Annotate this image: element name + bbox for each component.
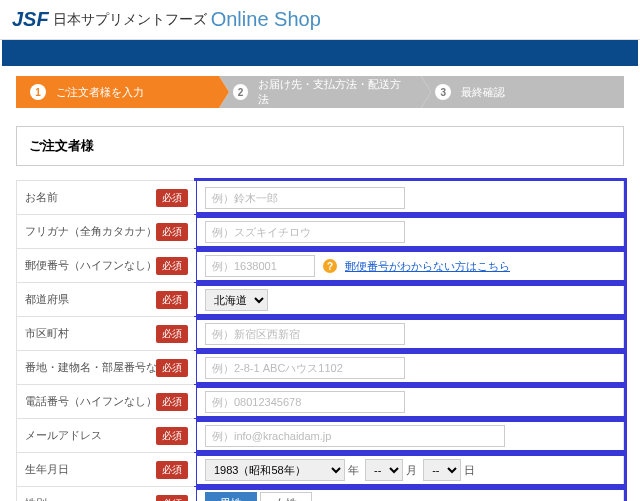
label-addr: 番地・建物名・部屋番号など — [25, 361, 168, 373]
label-gender: 性別 — [25, 497, 47, 501]
label-tel: 電話番号（ハイフンなし） — [25, 395, 157, 407]
section-title: ご注文者様 — [16, 126, 624, 166]
logo-prefix: JSF — [12, 8, 49, 31]
label-city: 市区町村 — [25, 327, 69, 339]
dob-month-select[interactable]: -- — [365, 459, 403, 481]
logo-jp: 日本サプリメントフーズ — [53, 11, 207, 29]
required-badge: 必須 — [156, 189, 188, 207]
gender-male-button[interactable]: 男性 — [205, 492, 257, 501]
gender-female-button[interactable]: 女性 — [260, 492, 312, 501]
label-dob: 生年月日 — [25, 463, 69, 475]
label-name: お名前 — [25, 191, 58, 203]
city-input[interactable] — [205, 323, 405, 345]
label-mail: メールアドレス — [25, 429, 102, 441]
header: JSF 日本サプリメントフーズ Online Shop — [0, 0, 640, 40]
nav-bar — [2, 40, 638, 66]
zip-help-link[interactable]: 郵便番号がわからない方はこちら — [345, 260, 510, 272]
form-table: お名前必須 フリガナ（全角カタカナ）必須 郵便番号（ハイフンなし）必須 ?郵便番… — [16, 180, 624, 501]
pref-select[interactable]: 北海道 — [205, 289, 268, 311]
logo-shop: Online Shop — [211, 8, 321, 31]
step-3: 3最終確認 — [421, 76, 624, 108]
progress-steps: 1ご注文者様を入力 2お届け先・支払方法・配送方法 3最終確認 — [16, 76, 624, 108]
help-icon[interactable]: ? — [323, 259, 337, 273]
addr-input[interactable] — [205, 357, 405, 379]
step-2: 2お届け先・支払方法・配送方法 — [219, 76, 422, 108]
zip-input[interactable] — [205, 255, 315, 277]
name-input[interactable] — [205, 187, 405, 209]
label-kana: フリガナ（全角カタカナ） — [25, 225, 157, 237]
dob-year-select[interactable]: 1983（昭和58年） — [205, 459, 345, 481]
dob-day-select[interactable]: -- — [423, 459, 461, 481]
mail-input[interactable] — [205, 425, 505, 447]
tel-input[interactable] — [205, 391, 405, 413]
label-pref: 都道府県 — [25, 293, 69, 305]
label-zip: 郵便番号（ハイフンなし） — [25, 259, 157, 271]
step-1: 1ご注文者様を入力 — [16, 76, 219, 108]
kana-input[interactable] — [205, 221, 405, 243]
